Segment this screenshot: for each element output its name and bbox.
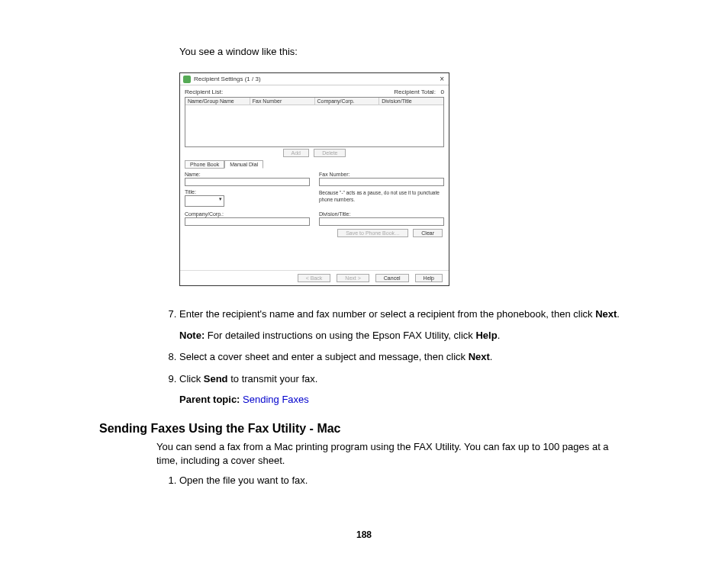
app-icon — [183, 76, 191, 83]
help-button[interactable]: Help — [415, 274, 443, 282]
note-text: For detailed instructions on using the E… — [205, 330, 475, 341]
recipient-table[interactable]: Name/Group Name Fax Number Company/Corp.… — [185, 97, 444, 147]
name-input[interactable] — [185, 178, 310, 186]
fax-label: Fax Number: — [319, 172, 444, 177]
company-label: Company/Corp.: — [185, 211, 310, 217]
note-end: . — [498, 330, 501, 341]
step-7-text: Enter the recipient's name and fax numbe… — [179, 308, 595, 320]
step-9: Click Send to transmit your fax. — [179, 372, 629, 386]
step-7-end: . — [617, 308, 620, 320]
step-9-text: Click — [179, 373, 204, 384]
mac-step-1: Open the file you want to fax. — [179, 474, 629, 487]
step-8-bold: Next — [469, 351, 490, 362]
section-title: Sending Faxes Using the Fax Utility - Ma… — [99, 422, 629, 436]
note-bold: Help — [475, 330, 497, 341]
step-list: Enter the recipient's name and fax numbe… — [164, 307, 629, 386]
tab-manual-dial[interactable]: Manual Dial — [224, 160, 263, 169]
recipient-list-label: Recipient List: — [185, 88, 223, 95]
close-icon[interactable]: × — [438, 75, 446, 83]
next-button[interactable]: Next > — [337, 274, 369, 282]
recipient-total: Recipient Total: 0 — [394, 88, 444, 95]
company-input[interactable] — [185, 217, 310, 226]
col-name[interactable]: Name/Group Name — [185, 98, 250, 105]
table-header: Name/Group Name Fax Number Company/Corp.… — [185, 98, 443, 105]
save-phonebook-button[interactable]: Save to Phone Book… — [337, 229, 408, 237]
step-7: Enter the recipient's name and fax numbe… — [179, 307, 629, 343]
add-button[interactable]: Add — [283, 149, 309, 157]
recipient-settings-dialog: Recipient Settings (1 / 3) × Recipient L… — [179, 72, 449, 286]
recipient-total-value: 0 — [441, 88, 444, 95]
col-division[interactable]: Division/Title — [379, 98, 443, 105]
step-9-bold: Send — [204, 373, 228, 384]
cancel-button[interactable]: Cancel — [375, 274, 409, 282]
clear-button[interactable]: Clear — [413, 229, 443, 237]
recipient-total-label: Recipient Total: — [394, 88, 436, 95]
step-8-text: Select a cover sheet and enter a subject… — [179, 351, 469, 362]
fax-input[interactable] — [319, 178, 444, 186]
section-body-text: You can send a fax from a Mac printing p… — [156, 440, 629, 468]
step-7-note: Note: For detailed instructions on using… — [179, 329, 629, 343]
back-button[interactable]: < Back — [298, 274, 331, 282]
dialog-titlebar: Recipient Settings (1 / 3) × — [180, 73, 449, 85]
note-label: Note: — [179, 330, 205, 341]
step-9-end: to transmit your fax. — [228, 373, 318, 384]
parent-topic-link[interactable]: Sending Faxes — [243, 394, 309, 405]
title-label: Title: — [185, 189, 310, 195]
step-8-end: . — [490, 351, 493, 362]
step-7-bold: Next — [595, 308, 617, 320]
parent-topic-label: Parent topic: — [179, 394, 243, 405]
division-input[interactable] — [319, 217, 444, 226]
parent-topic: Parent topic: Sending Faxes — [179, 394, 629, 405]
division-label: Division/Title: — [319, 211, 444, 217]
pause-hint: Because "-" acts as a pause, do not use … — [319, 190, 440, 202]
dialog-title: Recipient Settings (1 / 3) — [194, 76, 438, 82]
name-label: Name: — [185, 172, 310, 177]
page-number: 188 — [0, 529, 728, 540]
step-8: Select a cover sheet and enter a subject… — [179, 350, 629, 364]
delete-button[interactable]: Delete — [314, 149, 346, 157]
intro-text: You see a window like this: — [179, 46, 629, 57]
tab-phone-book[interactable]: Phone Book — [185, 160, 224, 169]
mac-step-list: Open the file you want to fax. — [164, 474, 629, 487]
tabs: Phone Book Manual Dial — [185, 160, 444, 169]
title-select[interactable] — [185, 195, 224, 207]
col-fax[interactable]: Fax Number — [250, 98, 315, 105]
col-company[interactable]: Company/Corp. — [315, 98, 380, 105]
